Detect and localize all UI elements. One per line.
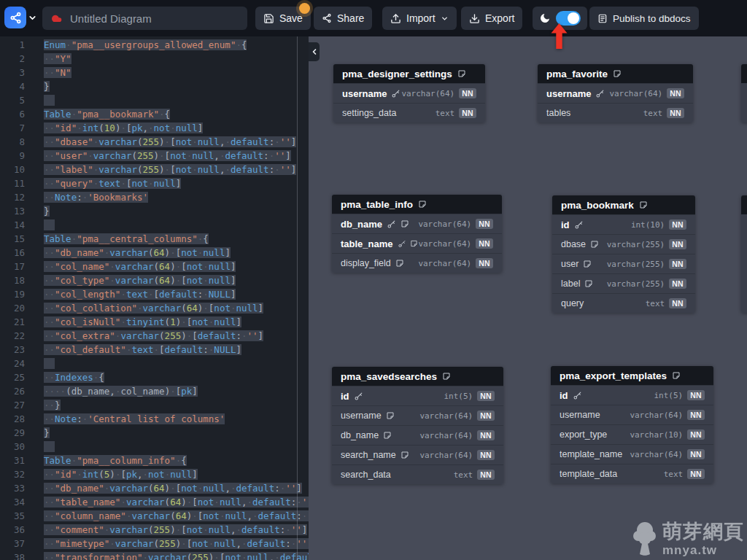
diagram-title-box — [42, 7, 247, 30]
table-header: pma_bookmark — [552, 195, 695, 214]
code-line: 14 — [0, 218, 309, 232]
code-line: 31Table·"pma__column_info"·{ — [0, 454, 309, 467]
table-card-pma_table_info[interactable]: pma_table_infodb_namevarchar(64)NNtable_… — [332, 195, 502, 273]
field-type: varchar(10) — [630, 430, 683, 440]
app-logo-button[interactable] — [4, 7, 26, 28]
code-line: 6Table·"pma__bookmark"·{ — [0, 107, 309, 121]
collapse-editor-button[interactable] — [309, 42, 320, 61]
not-null-badge: NN — [669, 259, 686, 269]
table-header: pma_export_templates — [551, 366, 713, 385]
line-number: 25 — [0, 370, 25, 384]
field-row: labelvarchar(255)NN — [552, 273, 695, 293]
field-type: int(10) — [631, 220, 665, 230]
line-number: 19 — [0, 287, 25, 301]
field-type: varchar(64) — [419, 431, 473, 440]
chevron-left-icon — [310, 47, 319, 57]
site-watermark: 萌芽網頁 mnya.tw — [630, 521, 744, 557]
code-line: 38··"transformation"·varchar(255)·[not·n… — [0, 551, 309, 560]
note-icon — [639, 201, 648, 209]
table-card-pma_favorite[interactable]: pma_favoriteusernamevarchar(64)NNtablest… — [538, 64, 693, 122]
not-null-badge: NN — [667, 88, 684, 98]
export-button[interactable]: Export — [461, 7, 522, 30]
field-name: username — [342, 88, 387, 99]
not-null-badge: NN — [669, 279, 686, 289]
publish-button-label: Publish to dbdocs — [613, 13, 691, 24]
not-null-badge: NN — [459, 88, 476, 98]
line-number: 14 — [0, 218, 25, 232]
line-number: 17 — [0, 260, 25, 273]
note-icon — [613, 69, 622, 78]
table-card-pma_savedsearches[interactable]: pma_savedsearchesidint(5)NNusernamevarch… — [332, 367, 503, 484]
line-number: 26 — [0, 384, 25, 398]
publish-dbdocs-button[interactable]: Publish to dbdocs — [589, 7, 699, 30]
field-name: id — [341, 391, 349, 402]
export-button-label: Export — [485, 12, 514, 24]
field-type: varchar(64) — [418, 239, 471, 249]
code-line: 22··"col_extra"·varchar(255)·[default:·'… — [0, 329, 309, 343]
field-type: varchar(64) — [630, 450, 683, 459]
line-number: 10 — [0, 163, 25, 176]
field-type: varchar(255) — [607, 240, 665, 249]
field-type: text — [646, 299, 665, 308]
table-name: pma_designer_settings — [342, 69, 452, 79]
line-number: 23 — [0, 343, 25, 357]
editor-scrollbar[interactable] — [297, 36, 298, 560]
field-type: varchar(64) — [401, 89, 454, 98]
field-name: db_name — [341, 430, 379, 440]
note-icon — [672, 371, 681, 380]
field-type: varchar(255) — [607, 279, 665, 289]
key-icon — [387, 219, 396, 229]
field-type: varchar(64) — [419, 451, 473, 460]
field-name: template_data — [560, 469, 617, 479]
line-number: 15 — [0, 232, 25, 246]
line-number: 38 — [0, 551, 25, 560]
book-icon — [597, 13, 608, 24]
code-line: 20··"col_collation"·varchar(64)·[not·nul… — [0, 301, 309, 315]
table-card-pma_bookmark[interactable]: pma_bookmarkidint(10)NNdbasevarchar(255)… — [552, 195, 695, 313]
share-button[interactable]: Share — [314, 7, 372, 30]
code-line: 35··"column_name"·varchar(64)·[not·null,… — [0, 509, 309, 523]
field-row: template_namevarchar(64)NN — [551, 444, 713, 464]
field-name: template_name — [560, 449, 622, 459]
not-null-badge: NN — [669, 219, 686, 230]
code-line: 9··"user"·varchar(255)·[not·null,·defaul… — [0, 149, 309, 163]
share-icon — [322, 13, 332, 23]
field-name: username — [546, 88, 591, 99]
line-number: 27 — [0, 398, 25, 412]
field-type: int(5) — [654, 391, 683, 400]
chevron-down-icon — [441, 15, 449, 23]
field-row: idint(5)NN — [551, 385, 713, 405]
chevron-down-icon[interactable] — [28, 13, 37, 23]
note-icon — [583, 260, 592, 268]
clipped-table-card[interactable] — [741, 195, 747, 313]
field-row: settings_datatextNN — [333, 103, 485, 122]
share-nodes-icon — [9, 12, 22, 24]
table-name: pma_savedsearches — [341, 371, 437, 382]
field-name: tables — [546, 108, 570, 118]
note-icon — [457, 69, 466, 78]
not-null-badge: NN — [669, 298, 686, 308]
code-line: 30 — [0, 440, 309, 454]
field-name: search_data — [341, 470, 391, 480]
field-type: varchar(64) — [609, 89, 662, 98]
table-name: pma_export_templates — [560, 370, 667, 381]
line-number: 20 — [0, 301, 25, 315]
line-number: 18 — [0, 273, 25, 287]
line-number: 5 — [0, 93, 25, 107]
table-card-pma_designer_settings[interactable]: pma_designer_settingsusernamevarchar(64)… — [333, 64, 485, 122]
note-icon — [395, 259, 404, 268]
field-row: usernamevarchar(64)NN — [333, 83, 485, 103]
code-editor-panel[interactable]: 1Enum·"pma__usergroups_allowed_enum"·{2·… — [0, 36, 309, 560]
line-number: 33 — [0, 481, 25, 495]
diagram-canvas[interactable]: pma_designer_settingsusernamevarchar(64)… — [309, 36, 747, 560]
diagram-title-input[interactable] — [69, 12, 240, 26]
code-line: 13} — [0, 204, 309, 218]
table-card-pma_export_templates[interactable]: pma_export_templatesidint(5)NNusernameva… — [551, 366, 713, 483]
clipped-table-card[interactable] — [741, 64, 747, 122]
import-button[interactable]: Import — [382, 7, 457, 30]
field-type: text — [436, 109, 455, 118]
field-row: usernamevarchar(64)NN — [551, 405, 713, 424]
not-null-badge: NN — [669, 239, 686, 249]
line-number: 21 — [0, 315, 25, 329]
toggle-knob — [568, 12, 579, 24]
